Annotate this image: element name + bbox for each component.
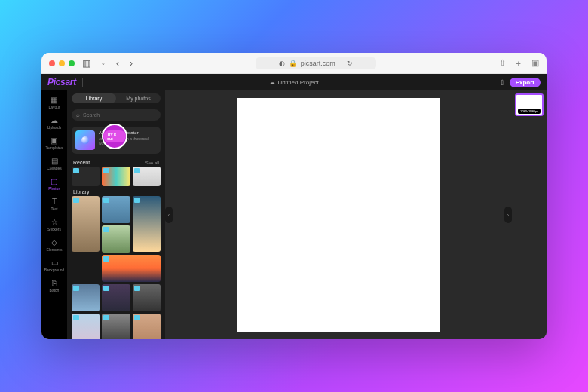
address-bar[interactable]: ◐ 🔒 picsart.com ↻ xyxy=(256,57,376,69)
library-thumb[interactable] xyxy=(102,314,130,339)
nav-item-collages[interactable]: ▤Collages xyxy=(47,156,61,170)
nav-item-stickers[interactable]: ☆Stickers xyxy=(47,217,61,231)
nav-rail: ▦Layout ☁Uploads ▣Templates ▤Collages ▢P… xyxy=(41,90,67,339)
browser-window: ▥ ⌄ ‹ › ◐ 🔒 picsart.com ↻ ⇧ + ▣ Picsart … xyxy=(41,53,547,339)
ai-generator-promo[interactable]: AI Image Generator An image is worth a t… xyxy=(72,127,161,154)
nav-label: Layout xyxy=(48,105,60,109)
app-body: ▦Layout ☁Uploads ▣Templates ▤Collages ▢P… xyxy=(41,90,547,339)
nav-label: Batch xyxy=(50,288,60,292)
text-icon: T xyxy=(50,197,59,206)
window-controls xyxy=(49,60,75,66)
divider xyxy=(82,78,83,87)
maximize-window-icon[interactable] xyxy=(69,60,75,66)
library-thumb[interactable] xyxy=(102,225,130,253)
project-title[interactable]: ☁ Untitled Project xyxy=(269,79,318,86)
nav-item-photos[interactable]: ▢Photos xyxy=(48,176,60,191)
canvas[interactable] xyxy=(237,98,440,332)
library-grid xyxy=(67,196,165,339)
page-thumbnail[interactable]: 1080x1080px xyxy=(515,93,544,116)
layout-icon: ▦ xyxy=(50,95,59,104)
section-library: Library xyxy=(73,189,89,194)
nav-label: Photos xyxy=(48,186,60,191)
close-window-icon[interactable] xyxy=(49,60,55,66)
library-thumb[interactable] xyxy=(102,284,130,311)
batch-icon: ⎘ xyxy=(50,278,59,287)
library-thumb[interactable] xyxy=(133,314,161,339)
see-all-link[interactable]: See all xyxy=(145,161,159,165)
recent-thumb[interactable] xyxy=(72,167,100,186)
cloud-icon: ☁ xyxy=(269,79,275,86)
panel-collapse-right[interactable]: › xyxy=(504,207,512,223)
nav-label: Background xyxy=(44,268,65,272)
library-thumb[interactable] xyxy=(72,284,100,311)
search-box[interactable]: ⌕ xyxy=(72,109,161,121)
photos-icon: ▢ xyxy=(50,176,59,185)
panel-tabs: Library My photos xyxy=(72,93,161,103)
library-thumb[interactable] xyxy=(72,314,100,339)
library-thumb[interactable] xyxy=(133,284,161,311)
recent-thumb[interactable] xyxy=(133,167,161,186)
uploads-icon: ☁ xyxy=(50,115,59,124)
templates-icon: ▣ xyxy=(50,136,59,145)
new-tab-icon[interactable]: + xyxy=(516,59,521,68)
tab-library[interactable]: Library xyxy=(72,93,116,103)
sidebar-toggle-icon[interactable]: ▥ xyxy=(82,58,90,69)
forward-icon[interactable]: › xyxy=(130,58,133,69)
library-thumb[interactable] xyxy=(102,255,161,282)
nav-label: Templates xyxy=(46,145,63,150)
canvas-area: ‹ › xyxy=(165,90,512,339)
refresh-icon[interactable]: ↻ xyxy=(347,60,353,67)
recent-thumbnails xyxy=(67,167,165,186)
side-panel: Library My photos ⌕ AI Image Generator A… xyxy=(67,90,165,339)
tabs-overview-icon[interactable]: ▣ xyxy=(531,58,539,68)
library-thumb[interactable] xyxy=(133,196,161,252)
section-recent: Recent xyxy=(73,160,90,165)
nav-item-background[interactable]: ▭Background xyxy=(44,258,65,272)
promo-thumbnail xyxy=(75,130,95,150)
nav-item-uploads[interactable]: ☁Uploads xyxy=(47,115,61,130)
share-browser-icon[interactable]: ⇧ xyxy=(499,58,506,68)
project-title-text: Untitled Project xyxy=(277,79,318,86)
search-input[interactable] xyxy=(83,112,156,118)
recent-thumb[interactable] xyxy=(102,167,130,186)
nav-label: Collages xyxy=(47,166,61,170)
collages-icon: ▤ xyxy=(50,156,59,165)
page-dimensions: 1080x1080px xyxy=(518,109,541,114)
nav-label: Elements xyxy=(47,247,63,252)
nav-item-layout[interactable]: ▦Layout xyxy=(48,95,60,109)
library-thumb[interactable] xyxy=(72,196,100,252)
app-root: Picsart ☁ Untitled Project ⇧ Export ▦Lay… xyxy=(41,74,547,339)
back-icon[interactable]: ‹ xyxy=(116,58,119,69)
search-icon: ⌕ xyxy=(76,112,80,118)
tab-my-photos[interactable]: My photos xyxy=(116,93,161,103)
nav-item-batch[interactable]: ⎘Batch xyxy=(50,278,60,292)
chevron-down-icon[interactable]: ⌄ xyxy=(101,60,106,66)
nav-item-templates[interactable]: ▣Templates xyxy=(46,136,63,150)
nav-item-text[interactable]: TText xyxy=(50,197,59,211)
export-button[interactable]: Export xyxy=(510,78,541,87)
library-thumb[interactable] xyxy=(102,196,130,223)
stickers-icon: ☆ xyxy=(50,217,59,226)
app-topbar: Picsart ☁ Untitled Project ⇧ Export xyxy=(41,74,547,90)
nav-label: Text xyxy=(51,207,57,211)
nav-label: Stickers xyxy=(47,227,61,231)
url-text: picsart.com xyxy=(301,60,335,67)
panel-collapse-left[interactable]: ‹ xyxy=(165,207,173,223)
nav-label: Uploads xyxy=(47,125,61,130)
share-icon[interactable]: ⇧ xyxy=(499,78,505,87)
pages-rail: 1080x1080px xyxy=(512,90,547,339)
background-icon: ▭ xyxy=(50,258,59,267)
shield-icon: ◐ xyxy=(279,60,285,67)
browser-chrome: ▥ ⌄ ‹ › ◐ 🔒 picsart.com ↻ ⇧ + ▣ xyxy=(41,53,547,74)
elements-icon: ◇ xyxy=(50,237,59,247)
try-it-out-callout[interactable]: Try it out xyxy=(102,124,127,149)
minimize-window-icon[interactable] xyxy=(59,60,65,66)
nav-item-elements[interactable]: ◇Elements xyxy=(47,237,63,252)
lock-icon: 🔒 xyxy=(289,60,297,67)
logo[interactable]: Picsart xyxy=(47,77,76,87)
cta-label: Try it out xyxy=(103,130,126,142)
